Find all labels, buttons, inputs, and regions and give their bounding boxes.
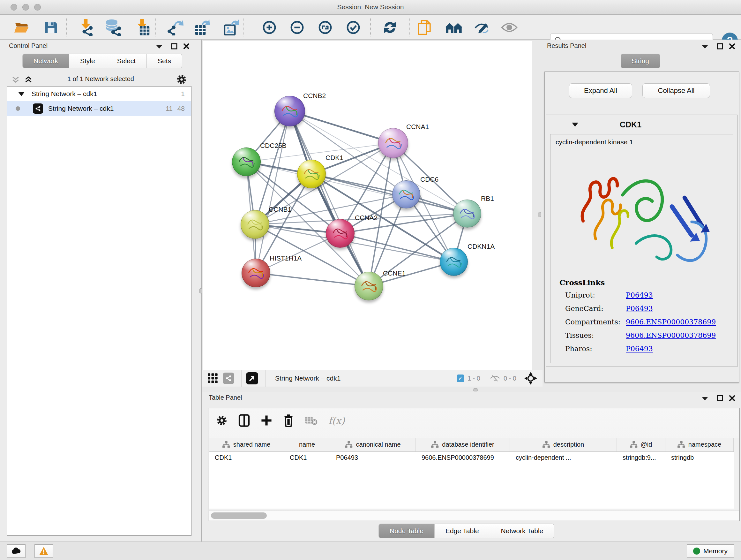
node-CCNA2[interactable] (326, 219, 354, 248)
table-horizontal-scrollbar[interactable] (209, 510, 739, 520)
splitter-grip-left[interactable] (199, 288, 202, 294)
network-collection-row[interactable]: String Network – cdk1 1 (7, 86, 191, 101)
node-CDC6[interactable] (392, 180, 420, 208)
export-table-icon[interactable] (194, 19, 211, 36)
show-columns-icon[interactable] (239, 414, 250, 427)
houses-icon[interactable] (446, 19, 462, 36)
panel-menu-icon[interactable] (701, 396, 709, 401)
open-folder-icon[interactable] (13, 19, 30, 36)
export-network-icon[interactable] (167, 19, 184, 36)
fit-content-icon[interactable] (524, 372, 537, 385)
zoom-fit-icon[interactable] (317, 19, 333, 36)
delete-column-icon[interactable] (283, 414, 294, 427)
table-cell[interactable]: stringdb:9... (617, 452, 665, 464)
zoom-selected-icon[interactable] (345, 19, 361, 36)
zoom-out-icon[interactable] (289, 19, 306, 36)
panel-float-icon[interactable] (717, 395, 723, 401)
import-network-database-icon[interactable] (105, 19, 122, 36)
tab-select[interactable]: Select (106, 54, 147, 68)
grid-view-icon[interactable] (207, 373, 218, 384)
import-table-icon[interactable] (135, 19, 151, 36)
memory-button[interactable]: Memory (687, 544, 734, 558)
column-header--id[interactable]: @id (617, 438, 665, 451)
tab-network-table[interactable]: Network Table (490, 523, 555, 538)
column-header-namespace[interactable]: namespace (665, 438, 734, 451)
collapse-all-button[interactable]: Collapse All (643, 83, 710, 98)
panel-close-icon[interactable] (183, 43, 190, 50)
duplicate-pages-icon[interactable] (417, 19, 433, 36)
gear-icon[interactable] (176, 74, 187, 85)
tab-string[interactable]: String (621, 54, 660, 68)
protein-ribbon-thumbnail (355, 272, 383, 300)
expand-all-button[interactable]: Expand All (569, 83, 632, 98)
node-RB1[interactable] (453, 199, 481, 228)
panel-menu-icon[interactable] (701, 45, 709, 49)
column-header-description[interactable]: description (510, 438, 617, 451)
node-CDKN1A[interactable] (440, 248, 468, 276)
node-CCNE1[interactable] (354, 272, 383, 300)
birdseye-view-icon[interactable] (246, 372, 258, 384)
splitter-grip-right[interactable] (538, 212, 541, 217)
delete-table-icon[interactable] (305, 415, 318, 426)
node-HIST1H1A[interactable] (242, 259, 270, 287)
zoom-in-icon[interactable] (261, 19, 278, 36)
panel-menu-icon[interactable] (156, 45, 163, 49)
edge-CDK1-RB1[interactable] (312, 174, 467, 213)
crosslink-link[interactable]: P06493 (626, 291, 653, 299)
network-row[interactable]: String Network – cdk1 11 48 (7, 101, 191, 116)
refresh-icon[interactable] (382, 19, 398, 36)
network-canvas[interactable]: CCNB2CCNA1CDC25BCDK1CDC6RB1CCNB1CCNA2CDK… (203, 41, 532, 370)
entry-collapse-icon[interactable] (572, 123, 578, 127)
panel-close-icon[interactable] (729, 43, 735, 50)
panel-float-icon[interactable] (717, 43, 723, 50)
table-cell[interactable]: stringdb (665, 452, 734, 464)
table-cell[interactable]: 9606.ENSP00000378699 (416, 452, 510, 464)
edge-CCNB2-HIST1H1A[interactable] (256, 111, 290, 273)
import-network-icon[interactable] (78, 19, 94, 36)
hidden-eye-icon[interactable] (489, 374, 500, 382)
add-column-icon[interactable] (261, 415, 272, 426)
edge-HIST1H1A-CCNE1[interactable] (256, 273, 369, 286)
column-header-database-identifier[interactable]: database identifier (416, 438, 510, 451)
crosslink-link[interactable]: P06493 (626, 345, 653, 353)
node-CCNB1[interactable] (241, 210, 269, 239)
node-CCNB2[interactable] (274, 96, 305, 126)
warning-button[interactable] (35, 544, 53, 558)
column-label: database identifier (442, 441, 494, 448)
table-cell[interactable]: CDK1 (209, 452, 284, 464)
table-row[interactable]: CDK1CDK1P064939606.ENSP00000378699cyclin… (209, 452, 734, 464)
panel-float-icon[interactable] (171, 43, 178, 50)
function-builder-icon[interactable]: f(x) (328, 415, 345, 426)
gear-icon[interactable] (216, 415, 227, 426)
edge-CCNB2-CCNA1[interactable] (290, 111, 393, 143)
selected-checkbox-icon[interactable]: ✓ (457, 374, 464, 382)
node-CCNA1[interactable] (378, 128, 408, 158)
crosslink-link[interactable]: 9606.ENSP00000378699 (626, 318, 716, 326)
tab-edge-table[interactable]: Edge Table (434, 523, 490, 538)
splitter-grip-bottom[interactable] (473, 388, 478, 391)
tree-expand-icon[interactable] (18, 92, 24, 96)
table-vertical-scrollbar[interactable] (734, 438, 739, 509)
node-CDK1[interactable] (297, 160, 326, 188)
eye-icon[interactable] (501, 19, 518, 36)
scrollbar-thumb[interactable] (211, 512, 267, 519)
tab-style[interactable]: Style (69, 54, 106, 68)
table-cell[interactable]: cyclin-dependent ... (510, 452, 617, 464)
tab-network[interactable]: Network (22, 54, 69, 68)
column-header-name[interactable]: name (284, 438, 330, 451)
crosslink-link[interactable]: P06493 (626, 305, 653, 313)
export-image-icon[interactable] (223, 19, 240, 36)
cloud-button[interactable] (7, 544, 25, 558)
table-cell[interactable]: CDK1 (284, 452, 330, 464)
tab-sets[interactable]: Sets (147, 54, 182, 68)
eye-pen-icon[interactable] (474, 19, 490, 36)
crosslink-link[interactable]: 9606.ENSP00000378699 (626, 331, 716, 339)
table-cell[interactable]: P06493 (330, 452, 416, 464)
node-CDC25B[interactable] (232, 147, 261, 176)
panel-close-icon[interactable] (729, 395, 735, 401)
save-icon[interactable] (43, 19, 59, 36)
tab-node-table[interactable]: Node Table (379, 523, 434, 538)
column-header-canonical-name[interactable]: canonical name (330, 438, 416, 451)
column-header-shared-name[interactable]: shared name (209, 438, 284, 451)
network-style-icon[interactable] (223, 373, 234, 384)
